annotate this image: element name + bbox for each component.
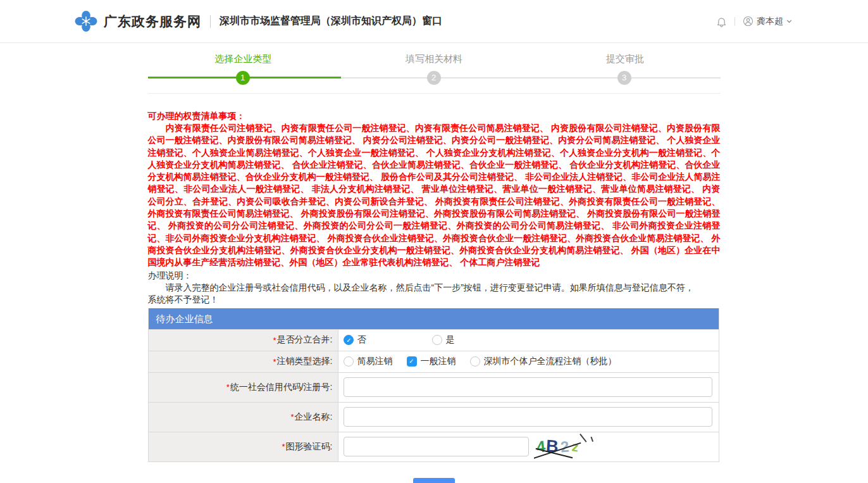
captcha-input[interactable] [344,437,529,456]
captcha-noise-line [580,434,586,442]
row-credit-code: * 统一社会信用代码/注册号: [149,372,719,402]
instructions-line-1: 请录入完整的企业注册号或社会信用代码，以及企业名称，然后点击“下一步”按钮，进行… [148,282,721,294]
username: 龚本超 [757,16,783,27]
window-title: 深圳市市场监督管理局（深圳市知识产权局）窗口 [220,15,442,28]
required-marker: * [273,336,276,345]
radio-cancel-shenzhen-fast[interactable]: 深圳市个体户全流程注销（秒批） [470,356,617,367]
row-split-merge: * 是否分立合并: 否 是 [149,329,719,351]
credit-code-input[interactable] [344,377,712,397]
table-section-title: 待办企业信息 [149,308,719,329]
radio-unchecked-icon[interactable] [432,335,442,345]
step-dot-3: 3 [617,71,631,85]
captcha-image[interactable]: 4 B 2 z [534,434,605,460]
header-actions: 龚本超 [716,16,792,27]
captcha-noise-line [590,436,593,441]
step-indicator: 选择企业类型 填写相关材料 提交审批 1 2 3 [148,43,721,94]
radio-unchecked-icon[interactable] [344,356,354,367]
title-divider [210,15,211,28]
instructions-line-2: 系统将不予登记！ [148,294,721,306]
main-content: 选择企业类型 填写相关材料 提交审批 1 2 3 可办理的权责清单事项： 内资有… [148,43,721,483]
header-divider [735,17,735,26]
notice-title: 可办理的权责清单事项： [148,110,721,122]
radio-unchecked-icon[interactable] [470,356,480,367]
required-marker: * [282,442,285,451]
split-merge-label: * 是否分立合并: [149,330,338,351]
instructions-title: 办理说明： [148,270,721,282]
required-marker: * [291,412,294,422]
credit-code-label: * 统一社会信用代码/注册号: [149,373,338,402]
step-dot-1: 1 [236,71,250,85]
row-captcha: * 图形验证码: 4 B 2 z [149,432,719,461]
user-menu[interactable]: 龚本超 [743,16,792,27]
company-name-input[interactable] [344,407,712,427]
radio-split-merge-no[interactable]: 否 [344,334,366,346]
steps-separator [148,93,721,94]
radio-cancel-simple[interactable]: 简易注销 [344,356,393,367]
site-logo-icon [75,11,97,32]
required-marker: * [273,357,276,367]
cancel-type-label: * 注销类型选择: [149,351,338,372]
header-brand: 广东政务服务网 深圳市市场监督管理局（深圳市知识产权局）窗口 [75,11,442,32]
company-name-label: * 企业名称: [149,403,338,432]
row-company-name: * 企业名称: [149,402,719,432]
step-track: 1 2 3 [148,70,721,85]
row-cancel-type: * 注销类型选择: 简易注销 一般注销 深圳市个体户全流程注销（秒批） [149,351,719,372]
notice-block: 可办理的权责清单事项： 内资有限责任公司注销登记、内资有限责任公司一般注销登记、… [148,110,721,306]
step-label-3: 提交审批 [530,53,721,65]
radio-cancel-general[interactable]: 一般注销 [407,356,456,367]
notice-items: 内资有限责任公司注销登记、内资有限责任公司一般注销登记、内资有限责任公司简易注销… [148,122,721,269]
radio-checked-icon[interactable] [344,335,354,345]
step-label-1: 选择企业类型 [148,53,339,65]
person-circle-icon [743,16,753,27]
step-label-2: 填写相关材料 [338,53,530,65]
site-title[interactable]: 广东政务服务网 [104,13,201,30]
checkbox-checked-icon[interactable] [407,356,417,367]
next-step-button[interactable]: 下一步 [413,478,455,483]
chevron-down-icon [786,20,792,23]
radio-split-merge-yes[interactable]: 是 [432,334,455,346]
step-dot-2: 2 [427,71,441,85]
top-header: 广东政务服务网 深圳市市场监督管理局（深圳市知识产权局）窗口 龚本超 [0,0,868,43]
captcha-label: * 图形验证码: [149,432,338,461]
pending-company-info-table: 待办企业信息 * 是否分立合并: 否 是 * 注销类型选择 [148,308,719,462]
required-marker: * [226,382,230,392]
notification-bell-icon[interactable] [716,16,727,27]
